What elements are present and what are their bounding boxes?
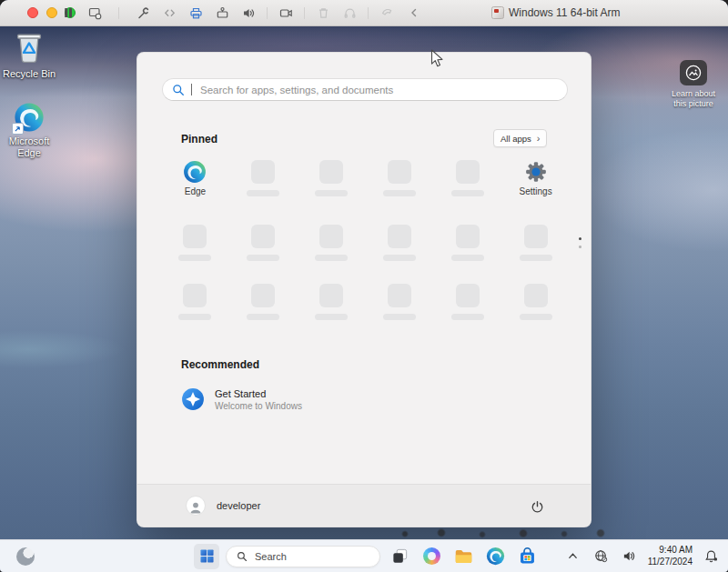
tray-date: 11/27/2024 xyxy=(648,557,693,568)
pinned-placeholder xyxy=(433,225,501,261)
phone-icon[interactable] xyxy=(379,4,395,22)
camera-icon[interactable] xyxy=(278,4,294,22)
person-icon xyxy=(188,500,203,515)
edge-button[interactable] xyxy=(482,544,508,569)
titlebar: Windows 11 64-bit Arm xyxy=(0,0,728,26)
edge-icon xyxy=(486,547,505,566)
learn-about-picture[interactable]: Learn about this picture xyxy=(666,60,721,110)
page-dot-active[interactable] xyxy=(579,237,581,240)
pinned-placeholder xyxy=(433,160,501,196)
pinned-app-label: Settings xyxy=(520,186,552,196)
picture-icon[interactable] xyxy=(680,60,707,85)
clock[interactable]: 9:40 AM 11/27/2024 xyxy=(648,545,693,567)
taskbar-search[interactable]: Search xyxy=(226,546,380,567)
folder-icon xyxy=(454,548,473,565)
chevron-right-icon: › xyxy=(537,134,541,144)
pinned-placeholder xyxy=(161,225,229,261)
vm-window: Windows 11 64-bit Arm Recycle Bin Micros… xyxy=(0,0,728,572)
file-explorer-button[interactable] xyxy=(450,544,476,569)
network-button[interactable] xyxy=(592,544,612,569)
pinned-placeholder xyxy=(298,225,366,261)
widgets-icon[interactable] xyxy=(16,547,35,566)
task-view-icon xyxy=(391,547,409,565)
copilot-button[interactable] xyxy=(419,544,444,569)
start-menu: Pinned All apps › Edge Settings xyxy=(136,52,592,527)
collapse-toolbar-icon[interactable] xyxy=(405,4,421,22)
sound-icon[interactable] xyxy=(240,4,257,22)
edge-icon xyxy=(183,160,207,184)
hidden-icons-button[interactable] xyxy=(563,544,583,569)
recommended-item-title: Get Started xyxy=(215,388,302,399)
desktop-icon-recycle-bin[interactable]: Recycle Bin xyxy=(0,29,58,80)
get-started-icon xyxy=(181,387,205,411)
recycle-bin-icon xyxy=(14,29,45,65)
pinned-placeholder xyxy=(229,160,298,196)
user-name: developer xyxy=(217,500,260,511)
toolbar-separator xyxy=(118,7,119,19)
pinned-header: Pinned xyxy=(181,133,217,146)
copilot-icon xyxy=(423,547,440,565)
search-icon xyxy=(172,84,185,96)
pinned-row-1: Edge Settings xyxy=(161,160,570,196)
user-profile-button[interactable]: developer xyxy=(186,496,260,516)
wallpaper-detail xyxy=(391,527,619,539)
system-tray: 9:40 AM 11/27/2024 xyxy=(563,540,721,572)
globe-icon xyxy=(594,549,608,563)
desktop-icon-label: Recycle Bin xyxy=(3,68,56,80)
all-apps-label: All apps xyxy=(500,134,531,144)
start-button[interactable] xyxy=(194,544,219,569)
vm-toolbar xyxy=(60,0,421,25)
code-brackets-icon[interactable] xyxy=(161,4,177,22)
text-caret xyxy=(191,84,192,95)
microsoft-store-button[interactable] xyxy=(514,544,540,569)
all-apps-button[interactable]: All apps › xyxy=(493,129,547,147)
pinned-placeholder xyxy=(229,284,298,320)
pinned-app-settings[interactable]: Settings xyxy=(501,160,570,196)
pinned-app-label: Edge xyxy=(185,186,206,196)
settings-gear-icon xyxy=(524,160,548,184)
toolbar-separator xyxy=(304,7,305,19)
taskbar-search-label: Search xyxy=(255,551,287,562)
store-icon xyxy=(518,547,537,566)
start-search-box[interactable] xyxy=(162,78,568,101)
headphones-icon[interactable] xyxy=(341,4,358,22)
power-icon xyxy=(531,500,544,514)
taskbar: Search xyxy=(0,539,728,572)
windows-logo-icon xyxy=(200,549,214,563)
chevron-up-icon xyxy=(567,550,579,562)
pinned-placeholder xyxy=(161,284,229,320)
trash-icon[interactable] xyxy=(315,4,331,22)
start-search-input[interactable] xyxy=(198,84,558,96)
speaker-icon xyxy=(622,549,636,563)
pinned-placeholder xyxy=(366,284,434,320)
pinned-placeholder xyxy=(229,225,298,261)
pinned-placeholder xyxy=(366,225,434,261)
desktop-icon-microsoft-edge[interactable]: Microsoft Edge xyxy=(0,102,58,158)
pinned-app-edge[interactable]: Edge xyxy=(161,160,229,196)
taskbar-center: Search xyxy=(194,540,540,572)
desktop-icon-label: Microsoft Edge xyxy=(3,135,56,158)
pinned-placeholder xyxy=(501,284,570,320)
toolbar-separator xyxy=(267,7,268,19)
power-button[interactable] xyxy=(527,497,547,517)
shortcut-arrow-icon xyxy=(12,123,24,135)
pinned-page-indicator[interactable] xyxy=(579,237,581,248)
task-view-button[interactable] xyxy=(387,544,412,569)
toolbar-separator xyxy=(368,7,369,19)
page-dot[interactable] xyxy=(579,246,581,248)
tray-time: 9:40 AM xyxy=(648,545,693,557)
vm-document-icon xyxy=(491,6,504,19)
close-window-button[interactable] xyxy=(27,7,38,18)
volume-button[interactable] xyxy=(620,544,640,569)
window-title: Windows 11 64-bit Arm xyxy=(509,6,621,19)
recommended-item-get-started[interactable]: Get Started Welcome to Windows xyxy=(181,387,302,411)
snapshots-icon[interactable] xyxy=(86,4,103,22)
usb-device-icon[interactable] xyxy=(214,4,230,22)
settings-wrench-icon[interactable] xyxy=(135,4,151,22)
recommended-header: Recommended xyxy=(181,358,259,371)
notifications-button[interactable] xyxy=(701,544,721,569)
minimize-window-button[interactable] xyxy=(46,7,57,18)
pinned-row-3 xyxy=(161,284,570,320)
printer-icon[interactable] xyxy=(187,4,204,22)
pause-vm-icon[interactable] xyxy=(60,4,76,22)
